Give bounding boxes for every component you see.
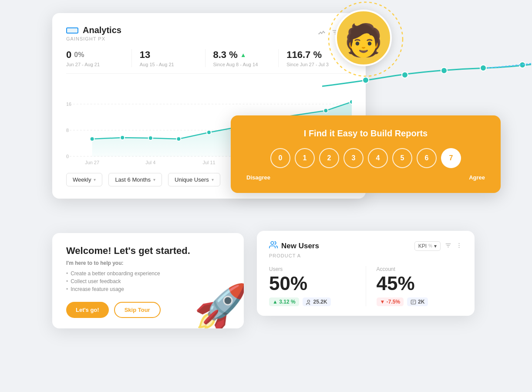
svg-point-38 (307, 300, 310, 302)
svg-text:Jul 11: Jul 11 (202, 160, 215, 165)
svg-point-20 (120, 135, 125, 140)
analytics-title: Analytics (66, 25, 121, 35)
stat-value-1: 13 (140, 49, 197, 61)
new-users-header: New Users KPI % ▾ (269, 240, 462, 251)
lets-go-button[interactable]: Let's go! (66, 302, 109, 318)
metric-tags-account: ▼ -7.5% 2K (377, 297, 463, 306)
svg-point-32 (480, 65, 486, 71)
kpi-button[interactable]: KPI % ▾ (414, 241, 441, 251)
svg-point-35 (458, 243, 459, 243)
metric-label-account: Account (377, 266, 463, 272)
svg-text:8: 8 (66, 128, 69, 133)
svg-point-36 (458, 245, 459, 246)
metric-label-users: Users (269, 266, 355, 272)
percent-icon: % (428, 243, 432, 248)
stat-item-0: 0 0% Jun 27 - Aug 21 (66, 49, 132, 67)
svg-point-19 (90, 137, 94, 141)
survey-option-5[interactable]: 5 (392, 148, 412, 168)
stat-date-2: Since Aug 8 - Aug 14 (213, 62, 271, 67)
svg-point-30 (402, 72, 408, 78)
welcome-item-0: Create a better onboarding experience (66, 270, 230, 277)
svg-point-33 (519, 62, 525, 68)
stat-date-3: Since Jun 27 - Jul 3 (286, 62, 344, 67)
analytics-title-group: Analytics GAINSIGHT PX (66, 25, 121, 41)
svg-point-2 (321, 33, 323, 34)
person-face: 🧑 (344, 24, 383, 56)
metric-col-users: Users 50% ▲ 3.12 % 25.2K (269, 266, 366, 306)
svg-point-4 (324, 32, 325, 34)
weekly-label: Weekly (73, 176, 91, 183)
analytics-bar-icon (66, 27, 78, 34)
welcome-subtitle: I'm here to to help you: (66, 260, 230, 266)
stat-date-1: Aug 15 - Aug 21 (140, 62, 197, 67)
tag-account-down: ▼ -7.5% (377, 297, 404, 306)
chevron-down-icon: ▾ (434, 243, 437, 249)
chevron-down-icon: ▾ (153, 177, 155, 182)
stat-value-0: 0 0% (66, 49, 124, 61)
svg-point-27 (350, 100, 352, 104)
stat-item-1: 13 Aug 15 - Aug 21 (132, 49, 205, 67)
filter-icon[interactable] (445, 242, 451, 250)
survey-title: I Find it Easy to Build Reports (246, 128, 485, 139)
svg-point-1 (320, 32, 321, 33)
svg-point-31 (441, 68, 447, 74)
svg-point-22 (176, 137, 181, 141)
stat-date-0: Jun 27 - Aug 21 (66, 62, 124, 67)
metric-col-account: Account 45% ▼ -7.5% 2K (366, 266, 463, 306)
survey-option-6[interactable]: 6 (417, 148, 437, 168)
months-label: Last 6 Months (115, 176, 151, 183)
svg-rect-39 (411, 300, 415, 304)
analytics-subtitle: GAINSIGHT PX (66, 36, 121, 41)
months-dropdown[interactable]: Last 6 Months ▾ (108, 173, 162, 186)
svg-point-21 (148, 136, 153, 140)
stat-item-2: 8.3 % ▲ Since Aug 8 - Aug 14 (205, 49, 279, 67)
users-icon (269, 240, 278, 251)
svg-point-23 (207, 130, 211, 135)
welcome-card: Welcome! Let's get started. I'm here to … (52, 233, 244, 328)
survey-option-0[interactable]: 0 (270, 148, 290, 168)
new-users-title: New Users (269, 240, 319, 251)
new-users-subtitle: PRODUCT A (269, 253, 462, 258)
person-bubble: 🧑 (335, 10, 392, 66)
chart-icon[interactable] (318, 28, 326, 38)
weekly-dropdown[interactable]: Weekly ▾ (66, 173, 102, 186)
stat-value-2: 8.3 % ▲ (213, 49, 271, 61)
svg-point-3 (323, 31, 324, 32)
survey-labels: Disagree Agree (246, 174, 485, 181)
survey-option-4[interactable]: 4 (368, 148, 388, 168)
users-dropdown[interactable]: Unique Users ▾ (168, 173, 220, 186)
svg-point-34 (271, 242, 274, 245)
svg-text:16: 16 (66, 101, 71, 107)
survey-option-7[interactable]: 7 (441, 148, 461, 168)
survey-option-3[interactable]: 3 (343, 148, 364, 168)
survey-agree-label: Agree (469, 174, 485, 181)
more-icon[interactable] (456, 242, 462, 250)
survey-card: I Find it Easy to Build Reports 0 1 2 3 … (231, 115, 501, 193)
new-users-title-text: New Users (281, 242, 319, 250)
survey-disagree-label: Disagree (246, 174, 270, 181)
stat-value-3: 116.7 % (286, 49, 344, 61)
new-users-controls: KPI % ▾ (414, 241, 462, 251)
tag-users-count: 25.2K (303, 297, 331, 306)
metric-value-account: 45% (377, 274, 463, 293)
rocket-decoration: 🚀 (194, 281, 244, 328)
analytics-stats: 0 0% Jun 27 - Aug 21 13 Aug 15 - Aug 21 … (66, 49, 352, 74)
metric-tags-users: ▲ 3.12 % 25.2K (269, 297, 355, 306)
svg-point-0 (318, 33, 320, 34)
new-users-metrics: Users 50% ▲ 3.12 % 25.2K Account 45% ▼ -… (269, 266, 462, 306)
skip-tour-button[interactable]: Skip Tour (114, 302, 161, 318)
kpi-label: KPI (418, 243, 427, 249)
new-users-card: New Users KPI % ▾ PRODUCT A Users 50% ▲ … (257, 231, 475, 316)
chevron-down-icon: ▾ (212, 177, 214, 182)
svg-text:Jun 27: Jun 27 (85, 160, 99, 165)
analytics-title-text: Analytics (83, 25, 121, 35)
survey-option-2[interactable]: 2 (319, 148, 339, 168)
survey-option-1[interactable]: 1 (295, 148, 315, 168)
users-label: Unique Users (175, 176, 209, 183)
tag-account-count: 2K (407, 297, 428, 306)
svg-text:0: 0 (66, 154, 69, 159)
survey-options: 0 1 2 3 4 5 6 7 (246, 148, 485, 168)
metric-value-users: 50% (269, 274, 355, 293)
welcome-title: Welcome! Let's get started. (66, 245, 230, 257)
chevron-down-icon: ▾ (94, 177, 96, 182)
